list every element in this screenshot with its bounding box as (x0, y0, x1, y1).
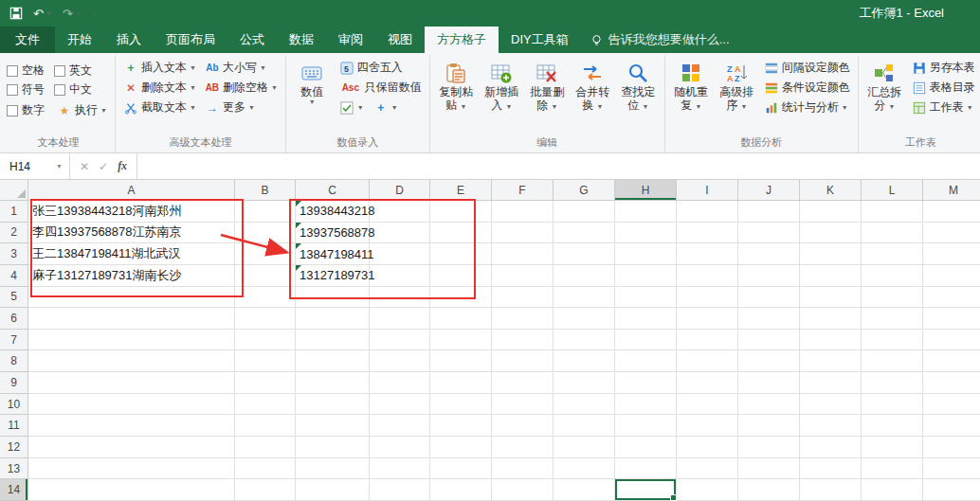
col-header-C[interactable]: C (296, 180, 370, 201)
cell-I5[interactable] (677, 287, 738, 309)
col-header-J[interactable]: J (738, 180, 800, 201)
cell-F10[interactable] (492, 394, 554, 416)
cell-K11[interactable] (800, 415, 862, 437)
cell-D14[interactable] (370, 479, 430, 501)
cell-A5[interactable] (28, 287, 235, 309)
cell-E8[interactable] (430, 350, 492, 372)
cell-B8[interactable] (235, 350, 296, 372)
cell-B12[interactable] (235, 437, 296, 458)
cell-M1[interactable] (923, 201, 980, 223)
undo-button[interactable]: ↶▼ (33, 7, 52, 21)
cell-I11[interactable] (677, 415, 738, 437)
cell-J3[interactable] (738, 243, 800, 265)
row-header-3[interactable]: 3 (0, 243, 28, 265)
col-header-A[interactable]: A (28, 180, 235, 201)
cell-H3[interactable] (615, 243, 677, 265)
row-header-12[interactable]: 12 (0, 437, 28, 458)
cell-D6[interactable] (370, 308, 430, 330)
cell-K10[interactable] (800, 394, 862, 416)
cell-A11[interactable] (28, 415, 235, 437)
cell-H5[interactable] (615, 287, 677, 309)
cell-I7[interactable] (677, 330, 738, 351)
cell-J6[interactable] (738, 308, 800, 330)
cell-H11[interactable] (615, 415, 677, 437)
tab-formulas[interactable]: 公式 (227, 27, 277, 53)
cell-G9[interactable] (554, 372, 615, 394)
insert-text-button[interactable]: +插入文本▼ (120, 58, 199, 78)
cell-E14[interactable] (430, 479, 492, 501)
cell-A1[interactable]: 张三13938443218河南郑州 (28, 201, 235, 223)
cell-K6[interactable] (800, 308, 862, 330)
cell-K2[interactable] (800, 223, 862, 244)
cell-H9[interactable] (615, 372, 677, 394)
cell-A4[interactable]: 麻子13127189731湖南长沙 (28, 265, 235, 287)
redo-dropdown-icon[interactable]: ▼ (75, 10, 82, 17)
cell-B14[interactable] (235, 479, 296, 501)
cell-A9[interactable] (28, 372, 235, 394)
cell-M4[interactable] (923, 265, 980, 287)
cell-L10[interactable] (862, 394, 923, 416)
cell-A10[interactable] (28, 394, 235, 416)
cell-A12[interactable] (28, 437, 235, 458)
cell-C14[interactable] (296, 479, 370, 501)
cell-I13[interactable] (677, 458, 738, 480)
cell-J12[interactable] (738, 437, 800, 458)
cell-C2[interactable]: 13937568878 (296, 223, 370, 244)
merge-split-button[interactable]: 汇总拆 分 ▼ (863, 58, 906, 113)
cell-E1[interactable] (430, 201, 492, 223)
cell-C11[interactable] (296, 415, 370, 437)
cell-G8[interactable] (554, 350, 615, 372)
cell-G5[interactable] (554, 287, 615, 309)
cell-D13[interactable] (370, 458, 430, 480)
cell-E4[interactable] (430, 265, 492, 287)
cell-J9[interactable] (738, 372, 800, 394)
cell-G1[interactable] (554, 201, 615, 223)
row-header-11[interactable]: 11 (0, 415, 28, 437)
cell-B7[interactable] (235, 330, 296, 351)
extract-text-button[interactable]: 截取文本▼ (120, 98, 199, 117)
cell-I3[interactable] (677, 243, 738, 265)
col-header-D[interactable]: D (370, 180, 430, 201)
cell-M10[interactable] (923, 394, 980, 416)
cell-C13[interactable] (296, 458, 370, 480)
cell-H2[interactable] (615, 223, 677, 244)
cell-M5[interactable] (923, 287, 980, 309)
cell-B6[interactable] (235, 308, 296, 330)
save-button[interactable] (9, 7, 23, 20)
row-header-5[interactable]: 5 (0, 287, 28, 309)
cell-F1[interactable] (492, 201, 554, 223)
cell-H7[interactable] (615, 330, 677, 351)
col-header-M[interactable]: M (923, 180, 980, 201)
cell-H10[interactable] (615, 394, 677, 416)
merge-convert-button[interactable]: 合并转 换 ▼ (572, 58, 614, 113)
cell-I14[interactable] (677, 479, 738, 501)
cell-K14[interactable] (800, 479, 862, 501)
tab-page-layout[interactable]: 页面布局 (154, 27, 227, 53)
condition-color-button[interactable]: 条件设定颜色 (761, 78, 853, 98)
row-header-1[interactable]: 1 (0, 201, 28, 223)
cell-F14[interactable] (492, 479, 554, 501)
cell-H8[interactable] (615, 350, 677, 372)
cell-K5[interactable] (800, 287, 862, 309)
cell-C5[interactable] (296, 287, 370, 309)
cell-L14[interactable] (862, 479, 923, 501)
cell-A13[interactable] (28, 458, 235, 480)
cell-E7[interactable] (430, 330, 492, 351)
random-repeat-button[interactable]: 随机重 复 ▼ (670, 58, 713, 113)
cell-G13[interactable] (554, 458, 615, 480)
checkbox-english[interactable]: 英文 (54, 63, 110, 79)
cell-D12[interactable] (370, 437, 430, 458)
col-header-B[interactable]: B (235, 180, 296, 201)
cell-G10[interactable] (554, 394, 615, 416)
cell-B5[interactable] (235, 287, 296, 309)
cell-D3[interactable] (370, 243, 430, 265)
cell-C3[interactable]: 13847198411 (296, 243, 370, 265)
delete-space-button[interactable]: AB删除空格▼ (202, 78, 281, 98)
cell-A6[interactable] (28, 308, 235, 330)
new-insert-button[interactable]: 新增插 入 ▼ (481, 58, 523, 113)
cell-M3[interactable] (923, 243, 980, 265)
cell-I4[interactable] (677, 265, 738, 287)
cell-F5[interactable] (492, 287, 554, 309)
cell-G3[interactable] (554, 243, 615, 265)
cell-K3[interactable] (800, 243, 862, 265)
